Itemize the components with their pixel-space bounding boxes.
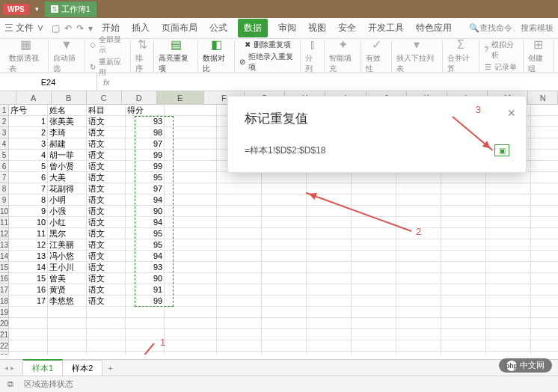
cell[interactable]: 17 xyxy=(9,295,48,307)
cell[interactable] xyxy=(531,307,558,318)
name-box[interactable]: E24 xyxy=(0,73,97,91)
cell[interactable] xyxy=(441,262,486,273)
cell[interactable] xyxy=(262,172,307,183)
cell[interactable]: 黄贤 xyxy=(48,284,87,295)
cell[interactable] xyxy=(165,251,217,262)
cell[interactable]: 语文 xyxy=(87,138,126,150)
cell[interactable]: 5 xyxy=(9,161,48,172)
document-tab[interactable]: S 工作簿1 xyxy=(45,1,96,17)
cell[interactable]: 11 xyxy=(9,228,48,239)
cell[interactable]: 语文 xyxy=(87,150,126,161)
cell[interactable] xyxy=(352,329,396,340)
cell[interactable] xyxy=(486,329,531,340)
cell[interactable] xyxy=(307,318,352,329)
cell[interactable] xyxy=(307,228,352,239)
cell[interactable] xyxy=(396,307,441,318)
cell[interactable] xyxy=(531,295,558,307)
cell[interactable] xyxy=(262,340,307,352)
cell[interactable] xyxy=(307,284,352,295)
cell[interactable] xyxy=(352,228,396,239)
cell[interactable] xyxy=(262,239,307,251)
cell[interactable] xyxy=(486,352,531,355)
cell[interactable] xyxy=(165,352,217,355)
cell[interactable] xyxy=(307,307,352,318)
row-header[interactable]: 6 xyxy=(0,161,9,172)
tab-view[interactable]: 视图 xyxy=(307,19,328,37)
cell[interactable] xyxy=(486,239,531,251)
cell[interactable] xyxy=(396,284,441,295)
cell[interactable] xyxy=(441,206,486,217)
sheet-tab-1[interactable]: 样本1 xyxy=(22,359,63,376)
file-menu[interactable]: 三 文件 ∨ xyxy=(4,22,44,34)
cell[interactable] xyxy=(48,307,87,318)
cell[interactable] xyxy=(486,340,531,352)
row-header[interactable]: 9 xyxy=(0,195,9,206)
cell[interactable]: 93 xyxy=(126,262,165,273)
cell[interactable]: 95 xyxy=(126,228,165,239)
cell[interactable] xyxy=(217,206,262,217)
cell[interactable] xyxy=(441,340,486,352)
cell[interactable] xyxy=(441,295,486,307)
row-header[interactable]: 7 xyxy=(0,172,9,183)
cell[interactable] xyxy=(486,183,531,195)
cell[interactable] xyxy=(352,284,396,295)
cell[interactable]: 95 xyxy=(126,172,165,183)
cell[interactable]: 语文 xyxy=(87,262,126,273)
cell[interactable]: 语文 xyxy=(87,161,126,172)
row-header[interactable]: 23 xyxy=(0,352,9,355)
cell[interactable]: 张美美 xyxy=(48,116,87,127)
tool-group[interactable]: ⊞创建组 xyxy=(524,40,554,72)
cell[interactable] xyxy=(217,318,262,329)
cell[interactable] xyxy=(486,295,531,307)
cell[interactable] xyxy=(165,195,217,206)
cell[interactable] xyxy=(352,307,396,318)
cell[interactable]: 语文 xyxy=(87,217,126,228)
cell[interactable] xyxy=(441,307,486,318)
cell[interactable]: 语文 xyxy=(87,127,126,138)
cell[interactable] xyxy=(48,352,87,355)
cell[interactable] xyxy=(165,127,217,138)
cell[interactable] xyxy=(126,340,165,352)
cell[interactable]: 94 xyxy=(126,251,165,262)
cell[interactable] xyxy=(441,183,486,195)
cell[interactable] xyxy=(217,284,262,295)
cell[interactable] xyxy=(165,105,217,116)
cell[interactable] xyxy=(441,172,486,183)
tab-security[interactable]: 安全 xyxy=(337,19,358,37)
cell[interactable] xyxy=(217,329,262,340)
cell[interactable] xyxy=(396,329,441,340)
cell[interactable] xyxy=(262,251,307,262)
row-header[interactable]: 8 xyxy=(0,183,9,195)
row-header[interactable]: 11 xyxy=(0,217,9,228)
cell[interactable]: 科目 xyxy=(87,105,126,116)
cell[interactable] xyxy=(531,105,558,116)
cell[interactable] xyxy=(165,172,217,183)
row-header[interactable]: 5 xyxy=(0,150,9,161)
row-header[interactable]: 17 xyxy=(0,284,9,295)
cell[interactable] xyxy=(217,273,262,284)
cell[interactable] xyxy=(531,217,558,228)
cell[interactable]: 8 xyxy=(9,195,48,206)
cell[interactable]: 得分 xyxy=(126,105,165,116)
row-header[interactable]: 16 xyxy=(0,273,9,284)
cell[interactable] xyxy=(441,329,486,340)
cell[interactable]: 小明 xyxy=(48,195,87,206)
cell[interactable] xyxy=(87,307,126,318)
cell[interactable]: 94 xyxy=(126,195,165,206)
cell[interactable] xyxy=(307,340,352,352)
cell[interactable] xyxy=(262,329,307,340)
cell[interactable]: 99 xyxy=(126,150,165,161)
cell[interactable] xyxy=(396,195,441,206)
row-header[interactable]: 18 xyxy=(0,295,9,307)
tool-data-compare[interactable]: ◧数据对比 xyxy=(198,40,236,72)
cell[interactable]: 王小川 xyxy=(48,262,87,273)
cell[interactable] xyxy=(262,307,307,318)
cell[interactable] xyxy=(531,150,558,161)
cell[interactable] xyxy=(352,183,396,195)
cell[interactable]: 14 xyxy=(9,262,48,273)
cell[interactable] xyxy=(352,262,396,273)
cell[interactable] xyxy=(531,273,558,284)
cell[interactable] xyxy=(217,262,262,273)
cell[interactable]: 语文 xyxy=(87,116,126,127)
cell[interactable] xyxy=(352,273,396,284)
